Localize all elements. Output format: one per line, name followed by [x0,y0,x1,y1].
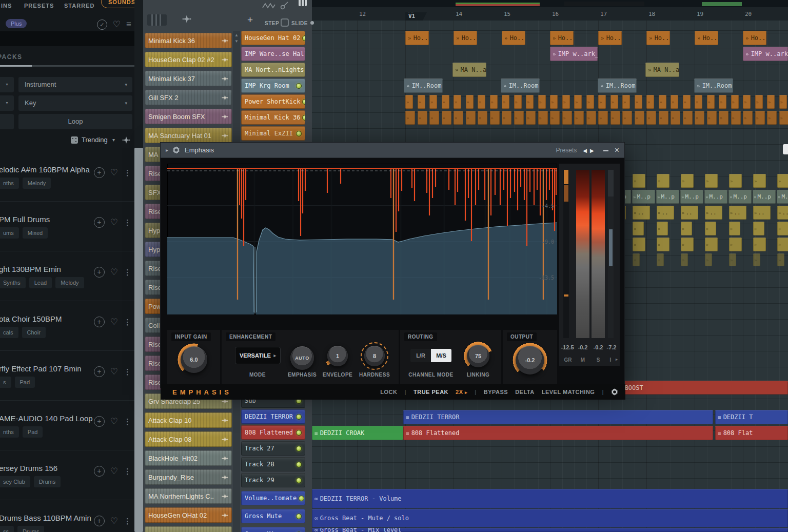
playlist-clip[interactable]: ≡ 808 Flattened [403,426,713,440]
mode-dropdown[interactable]: VERSATILE ▸ [235,347,281,364]
playlist-clip[interactable]: ≡ DEDZII TERROR [403,410,713,424]
sample-button[interactable]: IMP Krg Flatteni.. [145,526,232,532]
bypass-button[interactable]: BYPASS [484,389,508,395]
playlist-clip[interactable]: » Ho.. [743,31,766,45]
playlist-clip[interactable]: » MA N..at [452,63,486,77]
channel-led[interactable] [296,462,302,467]
playlist-clip[interactable]: ∞ Gross Beat - Mix level [312,528,788,532]
channel-button[interactable]: HouseGen Hat 02 [241,31,305,45]
playlist-clip[interactable]: » Ho.. [695,31,718,45]
playlist-clip[interactable]: » IMP w..ark_e [743,47,788,61]
trending-sort-label[interactable]: Trending [82,136,108,144]
tag-chip[interactable]: ums [0,227,19,239]
playlist-clip[interactable]: » Ho.. [646,31,670,45]
emphasis-knob[interactable]: AUTO [288,344,316,372]
channel-button[interactable]: IMP Krg Room [241,78,305,93]
plugin-menu-arrow-icon[interactable]: ▸ [166,147,168,153]
filter-mini-dropdown[interactable]: ▾ [0,95,14,111]
tag-chip[interactable]: Melody [55,277,84,288]
playlist-clip[interactable]: » Ho.. [598,31,622,45]
key-dropdown[interactable]: Key ▾ [18,95,132,111]
sample-button[interactable]: Minimal Kick 36 [145,33,232,48]
tag-chip[interactable]: Melody [23,178,51,189]
add-sound-button[interactable]: + [94,516,105,526]
scroll-down-icon[interactable]: ▼ [234,39,239,44]
more-options-button[interactable]: ⋮ [124,268,131,277]
add-sound-button[interactable]: + [94,416,105,427]
browser-tab[interactable]: STARRED [64,3,94,9]
delta-button[interactable]: DELTA [515,389,535,395]
playlist-clip[interactable]: » IM..Room [598,78,637,93]
favorite-button[interactable]: ♡ [110,268,118,277]
prev-preset-icon[interactable]: ◀ [583,148,590,153]
input-gain-knob[interactable]: 6.0 [177,343,211,377]
sound-list-item[interactable]: elodic A#m 160BPM Alpha + ♡ ⋮ nthsMelody [0,152,134,202]
settings-gear-icon[interactable] [611,388,618,396]
favorite-button[interactable]: ♡ [110,517,118,526]
channel-led[interactable] [296,83,302,89]
tag-chip[interactable]: Mixed [23,227,48,239]
channel-led[interactable] [302,35,305,41]
tag-chip[interactable]: cals [0,327,18,338]
favorite-button[interactable]: ♡ [110,417,118,426]
channel-button[interactable]: Track 28 [241,457,305,471]
playlist-clip[interactable]: » IM..Room [404,78,443,93]
envelope-knob[interactable]: 1 [324,342,351,370]
gear-icon[interactable] [172,146,180,154]
piano-roll-icon[interactable] [299,0,307,6]
waveform-icon[interactable] [182,14,191,24]
sample-button[interactable]: Gill SFX 2 [145,90,232,105]
playlist-clip[interactable]: » IM..Room [694,78,733,93]
next-preset-icon[interactable]: ▶ [590,148,597,153]
favorite-button[interactable]: ♡ [110,367,118,377]
playlist-clip[interactable]: ≡ DEDZII T [715,410,788,424]
preset-prev-next-icons[interactable]: ◀▶ [583,148,597,153]
add-channel-button[interactable]: + [247,14,253,26]
tag-chip[interactable]: Choir [22,327,46,338]
channel-led[interactable] [296,446,302,451]
playlist-clip[interactable]: » Ho.. [454,31,477,45]
menu-icon[interactable]: ≡ [126,20,131,29]
favorite-button[interactable]: ♡ [110,218,118,227]
sample-button[interactable]: Minimal Kick 37 [145,71,232,86]
favorite-button[interactable]: ♡ [110,467,118,476]
check-circle-icon[interactable]: ✓ [97,19,107,30]
tag-chip[interactable]: Synths [0,277,26,288]
more-options-button[interactable]: ⋮ [124,318,131,327]
playlist-clip[interactable]: » MA N..at [645,63,679,77]
heart-icon[interactable]: ♡ [113,20,121,29]
true-peak-button[interactable]: TRUE PEAK [413,389,448,395]
add-sound-button[interactable]: + [94,267,105,278]
scroll-up-icon[interactable]: ▲ [234,33,239,37]
linking-knob[interactable]: 75 [463,341,493,371]
more-options-button[interactable]: ⋮ [124,467,131,476]
channel-button[interactable]: IMP Ware..se Hall [241,47,305,61]
scroll-progress[interactable] [0,65,134,67]
level-matching-button[interactable]: LEVEL MATCHING [542,389,595,395]
sound-list-item[interactable]: ght 130BPM Emin + ♡ ⋮ SynthsLeadMelody [0,251,134,301]
wave-shape-icon[interactable] [262,2,275,10]
playlist-clip[interactable]: ∞ Gross Beat - Mute / solo [312,509,788,527]
tag-chip[interactable]: Lead [29,277,52,288]
sample-button[interactable]: Attack Clap 10 [145,412,232,428]
channel-led[interactable] [302,99,305,105]
more-options-button[interactable]: ⋮ [124,417,131,426]
gain-display[interactable]: -4.5 -9.0 -13.5 [167,164,557,314]
more-options-button[interactable]: ⋮ [124,517,131,526]
channel-button[interactable]: Track 29 [241,473,305,487]
meter-next-icon[interactable]: ▸ [616,357,618,362]
channel-button[interactable]: Power ShortKick [241,94,305,109]
output-knob[interactable]: -0.2 [512,342,548,378]
filter-mini-dropdown[interactable] [0,114,14,129]
playlist-clip[interactable]: » Ho.. [550,31,574,45]
channel-button[interactable]: Minimal Kick 36 [241,110,305,125]
sample-button[interactable]: HouseGen Clap 02 #2 [145,52,232,67]
sample-button[interactable]: Smigen Boom SFX [145,109,232,124]
more-options-button[interactable]: ⋮ [124,367,131,377]
channel-led[interactable] [302,115,305,121]
oversampling-button[interactable]: 2X ▸ [456,389,467,395]
instrument-dropdown[interactable]: Instrument ▾ [18,77,132,92]
sample-button[interactable]: Burgundy_Rise [145,469,232,485]
slide-key-icon[interactable] [280,1,289,10]
playlist-clip[interactable]: » IMP w..ark_e [550,47,598,61]
